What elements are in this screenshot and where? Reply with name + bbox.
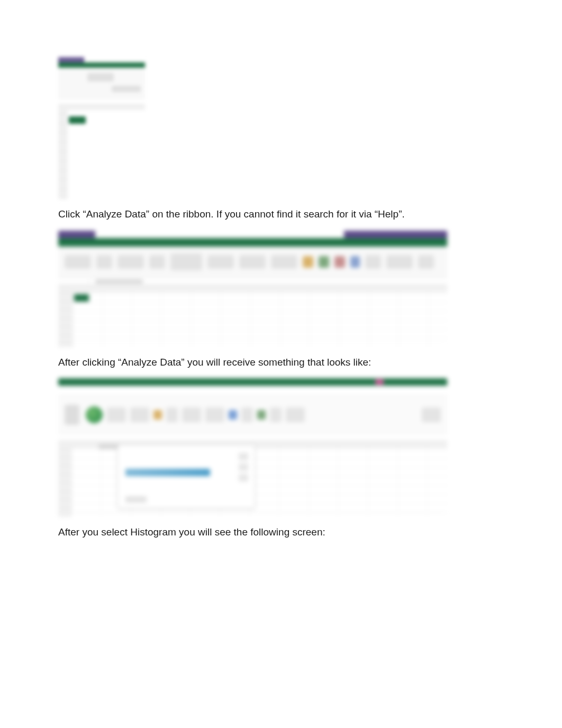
screenshot-excel-ribbon [58, 231, 447, 347]
instruction-paragraph-3: After you select Histogram you will see … [58, 525, 504, 539]
instruction-paragraph-1: Click “Analyze Data” on the ribbon. If y… [58, 207, 504, 221]
document-page: Click “Analyze Data” on the ribbon. If y… [0, 0, 562, 539]
screenshot-excel-small [58, 57, 145, 199]
instruction-paragraph-2: After clicking “Analyze Data” you will r… [58, 356, 504, 369]
screenshot-excel-dialog [58, 378, 447, 517]
